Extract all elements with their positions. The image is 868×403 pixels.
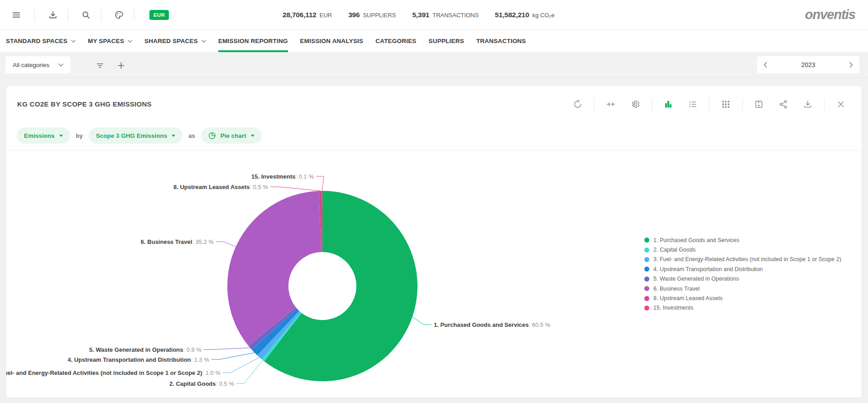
legend-dot [644, 248, 649, 252]
tab-label: TRANSACTIONS [476, 38, 526, 44]
add-widget-icon[interactable] [113, 60, 129, 71]
stat-unit: EUR [320, 12, 332, 19]
slice-label: 4. Upstream Transportation and Distribut… [67, 356, 209, 363]
tab-label: EMISSION REPORTING [218, 38, 288, 44]
chart-card: KG CO2E BY SCOPE 3 GHG EMISSIONS [6, 86, 862, 398]
stat-item: 396SUPPLIERS [348, 11, 396, 19]
legend-label: 6. Business Travel [653, 286, 700, 292]
legend-label: 4. Upstream Transportation and Distribut… [653, 266, 763, 272]
filter-icon[interactable] [92, 60, 108, 71]
previous-year-button[interactable] [763, 62, 767, 68]
app-window: EUR 28,706,112EUR396SUPPLIERS5,391TRANSA… [0, 0, 868, 403]
year-selector: 2023 [757, 56, 859, 73]
legend-label: 5. Waste Generated in Operations [653, 276, 739, 282]
slice-label: 5. Waste Generated in Operations: 0.9 % [89, 346, 201, 353]
chevron-down-icon [128, 40, 132, 43]
label-leader-line [236, 360, 263, 384]
legend-dot [644, 296, 649, 301]
filter-bar: All categories 2023 [0, 52, 868, 78]
tab-label: SHARED SPACES [144, 38, 198, 44]
legend-dot [644, 286, 649, 291]
tab-suppliers[interactable]: SUPPLIERS [429, 30, 464, 52]
tab-my-spaces[interactable]: MY SPACES [88, 30, 132, 52]
download-icon[interactable] [44, 6, 62, 24]
stat-value: 28,706,112 [283, 11, 317, 19]
stat-unit: TRANSACTIONS [432, 12, 479, 19]
legend-dot [644, 238, 649, 243]
next-year-button[interactable] [849, 62, 853, 68]
search-icon[interactable] [77, 6, 95, 24]
stat-item: 5,391TRANSACTIONS [412, 11, 479, 19]
currency-badge[interactable]: EUR [149, 10, 169, 20]
legend-item[interactable]: 15. Investments [644, 303, 841, 313]
legend-dot [644, 306, 649, 311]
category-dropdown[interactable]: All categories [5, 56, 71, 73]
stat-unit: kg CO₂e [532, 12, 555, 19]
stat-item: 51,582,210kg CO₂e [495, 11, 555, 19]
year-value: 2023 [801, 61, 815, 68]
menu-icon[interactable] [7, 6, 25, 24]
label-leader-line [412, 317, 432, 325]
stat-value: 396 [348, 11, 360, 19]
legend-label: 3. Fuel- and Energy-Related Activities (… [653, 256, 841, 262]
stat-unit: SUPPLIERS [363, 12, 396, 19]
category-dropdown-value: All categories [13, 62, 49, 68]
tab-emission-analysis[interactable]: EMISSION ANALYSIS [300, 30, 364, 52]
legend-dot [644, 267, 649, 272]
top-bar: EUR 28,706,112EUR396SUPPLIERS5,391TRANSA… [0, 0, 868, 30]
divider [68, 9, 68, 21]
palette-icon[interactable] [110, 6, 128, 24]
slice-label: 6. Business Travel: 35.2 % [141, 238, 214, 245]
chart-area[interactable]: 1. Purchased Goods and Services: 60.5 %2… [6, 86, 862, 398]
tab-emission-reporting[interactable]: EMISSION REPORTING [218, 30, 288, 52]
divider [134, 9, 134, 21]
slice-label: 15. Investments: 0.1 % [251, 173, 314, 180]
legend-label: 15. Investments [653, 305, 693, 311]
label-leader-line [211, 353, 254, 359]
tab-label: SUPPLIERS [429, 38, 464, 44]
stat-value: 51,582,210 [495, 11, 529, 19]
slice-label: 1. Purchased Goods and Services: 60.5 % [434, 321, 551, 328]
label-leader-line [223, 358, 259, 373]
main-content: KG CO2E BY SCOPE 3 GHG EMISSIONS [0, 78, 868, 403]
tab-shared-spaces[interactable]: SHARED SPACES [144, 30, 206, 52]
tab-label: STANDARD SPACES [6, 38, 67, 44]
chevron-down-icon [71, 40, 76, 43]
legend-label: 1. Purchased Goods and Services [653, 237, 739, 243]
tab-label: MY SPACES [88, 38, 124, 44]
stat-item: 28,706,112EUR [283, 11, 332, 19]
chart-legend: 1. Purchased Goods and Services2. Capita… [644, 235, 841, 313]
label-leader-line [204, 348, 250, 350]
stat-value: 5,391 [412, 11, 429, 19]
tab-label: CATEGORIES [375, 38, 416, 44]
label-leader-line [216, 242, 236, 247]
slice-label: 8. Upstream Leased Assets: 0.5 % [173, 184, 269, 190]
legend-item[interactable]: 3. Fuel- and Energy-Related Activities (… [644, 255, 841, 264]
label-leader-line [270, 187, 320, 191]
legend-label: 8. Upstream Leased Assets [653, 295, 723, 301]
label-leader-line [316, 176, 324, 191]
onventis-logo: onventis [805, 7, 855, 22]
legend-dot [644, 257, 649, 262]
chevron-down-icon [201, 40, 206, 43]
tab-categories[interactable]: CATEGORIES [375, 30, 416, 52]
chevron-down-icon [58, 63, 63, 67]
legend-dot [644, 277, 649, 282]
tab-label: EMISSION ANALYSIS [300, 38, 364, 44]
legend-label: 2. Capital Goods [653, 247, 695, 253]
legend-item[interactable]: 8. Upstream Leased Assets [644, 293, 841, 303]
divider [101, 9, 101, 21]
legend-item[interactable]: 4. Upstream Transportation and Distribut… [644, 264, 841, 274]
legend-item[interactable]: 2. Capital Goods [644, 245, 841, 254]
legend-item[interactable]: 6. Business Travel [644, 284, 841, 293]
slice-label: 2. Capital Goods: 0.5 % [169, 380, 234, 387]
legend-item[interactable]: 5. Waste Generated in Operations [644, 274, 841, 284]
nav-tabs: STANDARD SPACESMY SPACESSHARED SPACESEMI… [0, 30, 868, 52]
tab-standard-spaces[interactable]: STANDARD SPACES [6, 30, 76, 52]
divider [34, 9, 35, 21]
tab-transactions[interactable]: TRANSACTIONS [476, 30, 526, 52]
header-stats: 28,706,112EUR396SUPPLIERS5,391TRANSACTIO… [283, 0, 555, 30]
slice-label: 3. Fuel- and Energy-Related Activities (… [6, 369, 221, 376]
legend-item[interactable]: 1. Purchased Goods and Services [644, 235, 841, 245]
